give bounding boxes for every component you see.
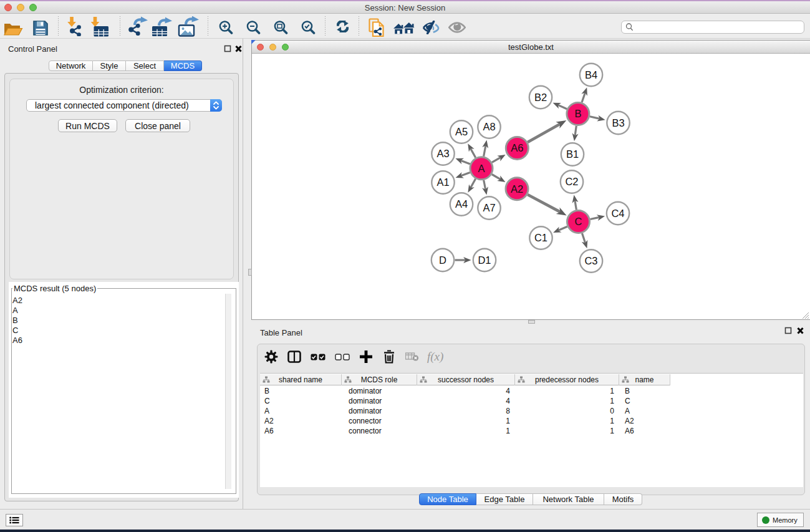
svg-text:A3: A3 [436, 148, 449, 159]
svg-text:A: A [478, 163, 485, 174]
svg-text:A1: A1 [436, 177, 449, 188]
svg-text:C2: C2 [565, 176, 578, 187]
svg-text:C3: C3 [584, 255, 597, 266]
svg-text:D: D [439, 254, 446, 266]
svg-text:D1: D1 [478, 254, 491, 266]
svg-text:B2: B2 [534, 92, 547, 103]
svg-text:A2: A2 [511, 183, 523, 195]
svg-text:A4: A4 [455, 198, 468, 210]
svg-text:B4: B4 [585, 69, 597, 80]
svg-text:C4: C4 [611, 208, 624, 219]
svg-text:A5: A5 [455, 126, 468, 137]
svg-text:B: B [574, 108, 581, 119]
svg-text:C1: C1 [534, 232, 547, 243]
svg-text:B3: B3 [612, 117, 624, 128]
svg-text:A7: A7 [483, 202, 495, 213]
svg-text:C: C [575, 216, 582, 227]
svg-text:A6: A6 [511, 142, 523, 153]
svg-text:A8: A8 [483, 121, 495, 132]
svg-text:B1: B1 [566, 148, 579, 160]
